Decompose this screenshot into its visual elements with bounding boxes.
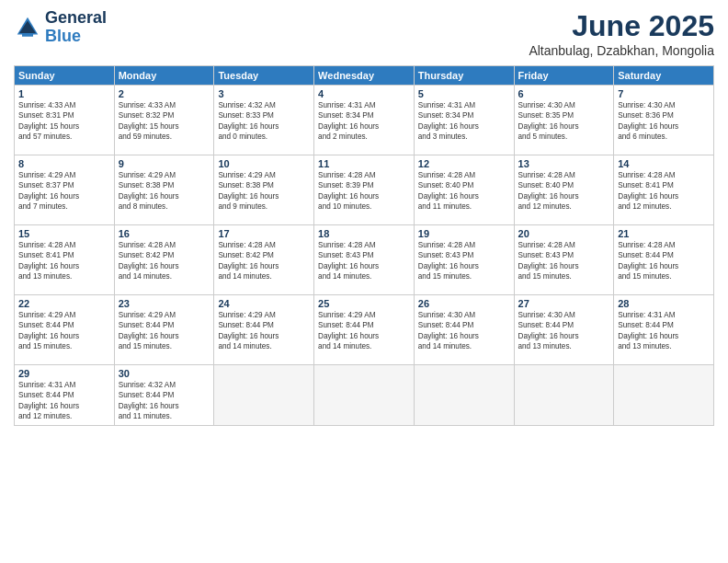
- table-row: 1Sunrise: 4:33 AMSunset: 8:31 PMDaylight…: [15, 86, 115, 155]
- day-info: Sunrise: 4:28 AMSunset: 8:40 PMDaylight:…: [518, 170, 610, 213]
- table-row: 23Sunrise: 4:29 AMSunset: 8:44 PMDayligh…: [114, 295, 214, 365]
- day-info: Sunrise: 4:28 AMSunset: 8:40 PMDaylight:…: [418, 170, 510, 213]
- month-title: June 2025: [529, 9, 714, 43]
- day-info: Sunrise: 4:31 AMSunset: 8:44 PMDaylight:…: [618, 310, 710, 352]
- table-row: 25Sunrise: 4:29 AMSunset: 8:44 PMDayligh…: [314, 295, 415, 365]
- logo-icon: [14, 14, 41, 41]
- day-number: 8: [18, 158, 110, 169]
- day-number: 14: [618, 158, 710, 169]
- day-number: 22: [18, 298, 110, 309]
- day-number: 13: [518, 158, 610, 169]
- day-info: Sunrise: 4:30 AMSunset: 8:44 PMDaylight:…: [418, 310, 510, 352]
- day-info: Sunrise: 4:29 AMSunset: 8:44 PMDaylight:…: [318, 310, 410, 352]
- day-info: Sunrise: 4:30 AMSunset: 8:35 PMDaylight:…: [518, 100, 610, 143]
- table-row: 15Sunrise: 4:28 AMSunset: 8:41 PMDayligh…: [15, 225, 115, 295]
- day-info: Sunrise: 4:29 AMSunset: 8:44 PMDaylight:…: [119, 310, 210, 352]
- table-row: 29Sunrise: 4:31 AMSunset: 8:44 PMDayligh…: [15, 365, 115, 426]
- day-number: 24: [218, 298, 310, 309]
- day-number: 19: [418, 228, 510, 239]
- table-row: 13Sunrise: 4:28 AMSunset: 8:40 PMDayligh…: [514, 155, 614, 225]
- day-number: 17: [218, 228, 310, 239]
- table-row: 30Sunrise: 4:32 AMSunset: 8:44 PMDayligh…: [114, 365, 214, 426]
- day-info: Sunrise: 4:28 AMSunset: 8:39 PMDaylight:…: [318, 170, 410, 213]
- day-info: Sunrise: 4:31 AMSunset: 8:44 PMDaylight:…: [18, 380, 110, 422]
- day-number: 1: [18, 88, 110, 99]
- calendar-header-row: Sunday Monday Tuesday Wednesday Thursday…: [15, 66, 714, 86]
- table-row: 3Sunrise: 4:32 AMSunset: 8:33 PMDaylight…: [214, 86, 314, 155]
- day-info: Sunrise: 4:28 AMSunset: 8:41 PMDaylight:…: [18, 240, 110, 282]
- table-row: 20Sunrise: 4:28 AMSunset: 8:43 PMDayligh…: [514, 225, 614, 295]
- day-number: 16: [119, 228, 210, 239]
- table-row: 19Sunrise: 4:28 AMSunset: 8:43 PMDayligh…: [414, 225, 514, 295]
- title-block: June 2025 Altanbulag, Dzabkhan, Mongolia: [529, 9, 714, 58]
- col-saturday: Saturday: [614, 66, 714, 86]
- day-info: Sunrise: 4:29 AMSunset: 8:44 PMDaylight:…: [18, 310, 110, 352]
- col-friday: Friday: [514, 66, 614, 86]
- day-number: 20: [518, 228, 610, 239]
- day-number: 12: [418, 158, 510, 169]
- col-wednesday: Wednesday: [314, 66, 415, 86]
- table-row: 17Sunrise: 4:28 AMSunset: 8:42 PMDayligh…: [214, 225, 314, 295]
- day-info: Sunrise: 4:29 AMSunset: 8:38 PMDaylight:…: [218, 170, 310, 213]
- day-info: Sunrise: 4:28 AMSunset: 8:42 PMDaylight:…: [218, 240, 310, 282]
- header: General Blue June 2025 Altanbulag, Dzabk…: [14, 9, 714, 58]
- logo-text: General Blue: [45, 9, 107, 46]
- day-number: 21: [618, 228, 710, 239]
- day-info: Sunrise: 4:28 AMSunset: 8:43 PMDaylight:…: [318, 240, 410, 282]
- day-info: Sunrise: 4:28 AMSunset: 8:44 PMDaylight:…: [618, 240, 710, 282]
- table-row: 11Sunrise: 4:28 AMSunset: 8:39 PMDayligh…: [314, 155, 415, 225]
- col-tuesday: Tuesday: [214, 66, 314, 86]
- day-number: 10: [218, 158, 310, 169]
- day-info: Sunrise: 4:29 AMSunset: 8:38 PMDaylight:…: [119, 170, 210, 213]
- day-info: Sunrise: 4:29 AMSunset: 8:44 PMDaylight:…: [218, 310, 310, 352]
- day-info: Sunrise: 4:31 AMSunset: 8:34 PMDaylight:…: [418, 100, 510, 143]
- page: General Blue June 2025 Altanbulag, Dzabk…: [0, 0, 728, 563]
- table-row: [514, 365, 614, 426]
- day-number: 3: [218, 88, 310, 99]
- day-info: Sunrise: 4:33 AMSunset: 8:32 PMDaylight:…: [119, 100, 210, 143]
- table-row: 22Sunrise: 4:29 AMSunset: 8:44 PMDayligh…: [15, 295, 115, 365]
- day-number: 25: [318, 298, 410, 309]
- day-number: 6: [518, 88, 610, 99]
- day-number: 2: [119, 88, 210, 99]
- day-number: 27: [518, 298, 610, 309]
- table-row: 16Sunrise: 4:28 AMSunset: 8:42 PMDayligh…: [114, 225, 214, 295]
- logo: General Blue: [14, 9, 107, 46]
- logo-line1: General: [45, 9, 107, 28]
- table-row: 10Sunrise: 4:29 AMSunset: 8:38 PMDayligh…: [214, 155, 314, 225]
- table-row: [414, 365, 514, 426]
- day-info: Sunrise: 4:28 AMSunset: 8:42 PMDaylight:…: [119, 240, 210, 282]
- day-number: 4: [318, 88, 410, 99]
- table-row: 28Sunrise: 4:31 AMSunset: 8:44 PMDayligh…: [614, 295, 714, 365]
- day-info: Sunrise: 4:28 AMSunset: 8:43 PMDaylight:…: [418, 240, 510, 282]
- day-info: Sunrise: 4:28 AMSunset: 8:43 PMDaylight:…: [518, 240, 610, 282]
- table-row: 6Sunrise: 4:30 AMSunset: 8:35 PMDaylight…: [514, 86, 614, 155]
- day-info: Sunrise: 4:30 AMSunset: 8:44 PMDaylight:…: [518, 310, 610, 352]
- table-row: 8Sunrise: 4:29 AMSunset: 8:37 PMDaylight…: [15, 155, 115, 225]
- day-info: Sunrise: 4:32 AMSunset: 8:44 PMDaylight:…: [119, 380, 210, 422]
- table-row: 5Sunrise: 4:31 AMSunset: 8:34 PMDaylight…: [414, 86, 514, 155]
- day-info: Sunrise: 4:29 AMSunset: 8:37 PMDaylight:…: [18, 170, 110, 213]
- table-row: [314, 365, 415, 426]
- day-info: Sunrise: 4:32 AMSunset: 8:33 PMDaylight:…: [218, 100, 310, 143]
- day-number: 9: [119, 158, 210, 169]
- table-row: 21Sunrise: 4:28 AMSunset: 8:44 PMDayligh…: [614, 225, 714, 295]
- table-row: 18Sunrise: 4:28 AMSunset: 8:43 PMDayligh…: [314, 225, 415, 295]
- table-row: 7Sunrise: 4:30 AMSunset: 8:36 PMDaylight…: [614, 86, 714, 155]
- day-info: Sunrise: 4:28 AMSunset: 8:41 PMDaylight:…: [618, 170, 710, 213]
- day-info: Sunrise: 4:30 AMSunset: 8:36 PMDaylight:…: [618, 100, 710, 143]
- table-row: 27Sunrise: 4:30 AMSunset: 8:44 PMDayligh…: [514, 295, 614, 365]
- col-sunday: Sunday: [15, 66, 115, 86]
- svg-rect-2: [22, 33, 33, 37]
- table-row: 4Sunrise: 4:31 AMSunset: 8:34 PMDaylight…: [314, 86, 415, 155]
- day-info: Sunrise: 4:31 AMSunset: 8:34 PMDaylight:…: [318, 100, 410, 143]
- table-row: [614, 365, 714, 426]
- table-row: 12Sunrise: 4:28 AMSunset: 8:40 PMDayligh…: [414, 155, 514, 225]
- day-number: 5: [418, 88, 510, 99]
- day-number: 11: [318, 158, 410, 169]
- location-title: Altanbulag, Dzabkhan, Mongolia: [529, 43, 714, 58]
- day-number: 23: [119, 298, 210, 309]
- table-row: 2Sunrise: 4:33 AMSunset: 8:32 PMDaylight…: [114, 86, 214, 155]
- table-row: 14Sunrise: 4:28 AMSunset: 8:41 PMDayligh…: [614, 155, 714, 225]
- day-number: 15: [18, 228, 110, 239]
